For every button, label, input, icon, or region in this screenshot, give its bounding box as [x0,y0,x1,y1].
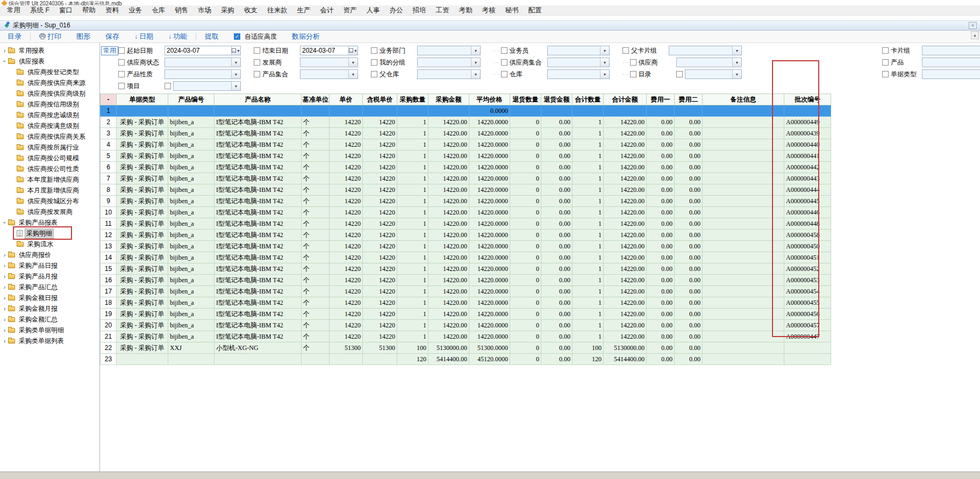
column-header-avg_price[interactable]: 平均价格 [469,94,510,105]
menu-item[interactable]: 资产 [339,6,362,15]
filter-checkbox[interactable] [501,71,507,77]
table-row[interactable]: 9采购 - 采购订单bijiben_aI型笔记本电脑-IBM T42个14220… [101,196,831,207]
column-header-total_amount[interactable]: 合计金额 [604,94,647,105]
menu-item[interactable]: 市场 [193,6,216,15]
select-input[interactable]: ▼ [547,58,610,67]
chevron-down-icon[interactable]: › [2,219,8,226]
sidebar-item[interactable]: ›常用报表 [0,45,99,56]
sidebar-item[interactable]: ›采购类单据明细 [0,325,99,335]
sidebar-item[interactable]: 供应商按所属行业 [0,142,99,153]
graph-button[interactable]: 图形 [76,32,90,41]
sidebar-item[interactable]: 本月度新增供应商 [0,185,99,196]
select-input[interactable]: ▼ [164,58,241,67]
select-dropdown-button[interactable]: ▼ [231,82,240,90]
calendar-dropdown-button[interactable]: ▼ [231,46,240,55]
menu-item[interactable]: 招培 [408,6,431,15]
date-input[interactable]: 2024-03-07▼ [300,46,358,55]
sidebar-item[interactable]: 供应商按供应商关系 [0,131,99,142]
table-row[interactable]: 22采购 - 采购订单XXJ小型机-XG-NG个5130051300100513… [101,342,831,354]
column-header-unit_price[interactable]: 单价 [330,94,363,105]
column-header-fee2[interactable]: 费用二 [675,94,703,105]
filter-checkbox[interactable] [882,59,889,66]
column-header-row_no[interactable]: - [101,94,117,105]
filter-checkbox[interactable] [882,47,889,54]
menu-item[interactable]: 秘书 [500,6,524,15]
sidebar-item[interactable]: ›采购金额日报 [0,292,99,303]
menu-item[interactable]: 收支 [239,6,262,15]
select-input[interactable]: ▼ [417,58,481,67]
auto-height-checkbox[interactable]: ✓ 自适应高度 [234,32,277,41]
date-menu-button[interactable]: ↓ 日期 [134,32,153,41]
menu-item[interactable]: 考勤 [454,6,477,15]
sidebar-item[interactable]: ›采购产品汇总 [0,282,99,292]
tab-common[interactable]: 常用 [101,46,118,55]
table-row[interactable]: 12采购 - 采购订单bijiben_aI型笔记本电脑-IBM T42个1422… [101,230,831,241]
filter-checkbox[interactable] [371,71,377,77]
table-row[interactable]: 6采购 - 采购订单bijiben_aI型笔记本电脑-IBM T42个14220… [101,162,831,173]
extract-button[interactable]: 提取 [205,32,219,41]
filter-checkbox[interactable] [118,47,125,54]
table-row[interactable]: 16采购 - 采购订单bijiben_aI型笔记本电脑-IBM T42个1422… [101,275,831,286]
filter-checkbox[interactable] [254,47,260,54]
chevron-right-icon[interactable]: › [1,273,8,280]
column-header-return_qty[interactable]: 退货数量 [510,94,541,105]
catalog-button[interactable]: 目录 [8,32,22,41]
select-dropdown-button[interactable]: ▼ [471,70,480,78]
table-row[interactable]: 10.0000 [101,105,831,117]
select-dropdown-button[interactable]: ▼ [348,70,357,78]
sidebar-item[interactable]: 供应商按公司性质 [0,163,99,174]
menu-item[interactable]: 仓库 [147,6,170,15]
date-input[interactable]: 2024-03-07▼ [164,46,241,55]
select-input[interactable]: ▼ [685,69,742,79]
filter-checkbox[interactable] [501,59,507,66]
column-header-return_amount[interactable]: 退货金额 [541,94,573,105]
sidebar-item[interactable]: 采购明细 [0,228,99,239]
filter-checkbox[interactable] [630,59,636,66]
table-row[interactable]: 7采购 - 采购订单bijiben_aI型笔记本电脑-IBM T42个14220… [101,173,831,184]
table-row[interactable]: 17采购 - 采购订单bijiben_aI型笔记本电脑-IBM T42个1422… [101,286,831,297]
filter-checkbox[interactable] [254,59,260,66]
chevron-right-icon[interactable]: › [1,316,8,323]
chevron-right-icon[interactable]: › [1,47,8,54]
column-header-batch_no[interactable]: 批次编号 [784,94,831,105]
column-header-product_name[interactable]: 产品名称 [214,94,302,105]
table-row[interactable]: 19采购 - 采购订单bijiben_aI型笔记本电脑-IBM T42个1422… [101,309,831,320]
table-row[interactable]: 10采购 - 采购订单bijiben_aI型笔记本电脑-IBM T42个1422… [101,207,831,218]
filter-checkbox[interactable] [118,83,125,89]
column-header-purchase_amount[interactable]: 采购金额 [428,94,469,105]
table-row[interactable]: 3采购 - 采购订单bijiben_aI型笔记本电脑-IBM T42个14220… [101,128,831,139]
sidebar-item[interactable]: 供应商按供应商级别 [0,88,99,99]
select-dropdown-button[interactable]: ▼ [600,58,609,67]
menu-item[interactable]: 生产 [292,6,316,15]
menu-item[interactable]: 会计 [316,6,339,15]
menu-item[interactable]: 销售 [170,6,193,15]
select-input[interactable]: ▼ [173,81,241,91]
filter-checkbox[interactable] [118,59,125,66]
column-header-doc_type[interactable]: 单据类型 [117,94,168,105]
select-dropdown-button[interactable]: ▼ [600,70,609,78]
chevron-right-icon[interactable]: › [1,284,8,290]
chevron-right-icon[interactable]: › [1,295,8,301]
table-row[interactable]: 13采购 - 采购订单bijiben_aI型笔记本电脑-IBM T42个1422… [101,241,831,252]
select-dropdown-button[interactable]: ▼ [231,70,240,78]
table-row[interactable]: 11采购 - 采购订单bijiben_aI型笔记本电脑-IBM T42个1422… [101,218,831,230]
filter-checkbox[interactable] [254,71,260,77]
filter-checkbox[interactable] [623,47,629,54]
select-dropdown-button[interactable]: ▼ [600,46,609,55]
sidebar-item[interactable]: 供应商按忠诚级别 [0,110,99,120]
filter-checkbox[interactable] [118,71,125,77]
function-menu-button[interactable]: ↓ 功能 [168,32,187,41]
select-dropdown-button[interactable]: ▼ [471,46,480,55]
menu-item[interactable]: 资料 [101,6,124,15]
table-row[interactable]: 21采购 - 采购订单bijiben_aI型笔记本电脑-IBM T42个1422… [101,331,831,342]
select-dropdown-button[interactable]: ▼ [471,58,480,67]
sidebar-item[interactable]: 供应商按信用级别 [0,99,99,110]
sidebar-item[interactable]: ›采购类单据列表 [0,335,99,346]
sidebar-item[interactable]: 供应商按满意级别 [0,120,99,131]
chevron-right-icon[interactable]: › [1,262,8,269]
menu-item[interactable]: 配置 [524,6,547,15]
select-dropdown-button[interactable]: ▼ [732,70,741,78]
sidebar-item[interactable]: 采购流水 [0,239,99,249]
sidebar-item[interactable]: ›采购金额汇总 [0,314,99,325]
sidebar-item[interactable]: ›供应报表 [0,56,99,67]
